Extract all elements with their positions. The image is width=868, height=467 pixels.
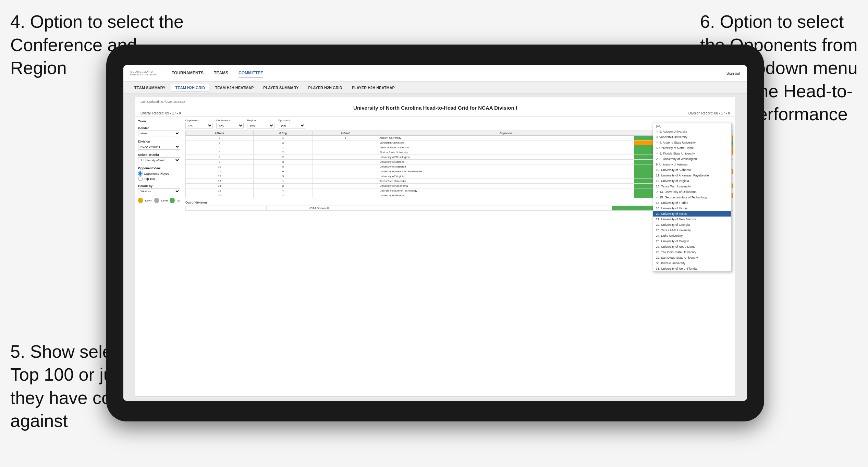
dropdown-item[interactable]: 16. University of Florida [653,200,731,206]
cell-conf [267,206,307,211]
cell-rank [186,206,226,211]
cell-reg: 5 [253,164,313,169]
team-label: Team [138,120,180,123]
top-nav: SCOREBOARD Powered by Scout TOURNAMENTS … [123,65,747,82]
tab-player-summary[interactable]: PLAYER SUMMARY [259,84,303,91]
opponent-dropdown[interactable]: (All)2. Auburn University3. Vanderbilt U… [653,123,732,272]
tab-player-h2h-grid[interactable]: PLAYER H2H GRID [304,84,346,91]
opponents-filter-select[interactable]: (All) [185,123,213,128]
dropdown-item[interactable]: 21. University of New Mexico [653,217,731,222]
opponent-view-section: Opponent View Opponents Played Top 100 [138,167,180,181]
colour-by-section: Colour by Win/loss [138,184,180,194]
cell-opponent: University of Arizona [378,160,634,164]
dropdown-item[interactable]: 4. Arizona State University [653,140,731,145]
dropdown-item[interactable]: 11. University of Arkansas, Fayetteville [653,173,731,178]
dropdown-item[interactable]: 14. University of Oklahoma [653,189,731,195]
dropdown-item[interactable]: 20. University of Texas [653,211,731,217]
dropdown-item[interactable]: 22. University of Georgia [653,222,731,228]
nav-committee[interactable]: COMMITTEE [239,69,263,77]
division-section: Division NCAA Division I [138,140,180,150]
cell-reg: 2 [253,155,313,160]
table-row: 3 2 Vanderbilt University 0 4 [186,140,733,145]
cell-opponent: Texas Tech University [378,179,634,184]
cell-opponent: University of Washington [378,155,634,160]
dropdown-item[interactable]: 29. San Diego State University [653,255,731,260]
dropdown-item[interactable]: 10. University of Alabama [653,167,731,173]
radio-top-100[interactable]: Top 100 [138,176,180,181]
cell-conf [313,145,378,150]
dropdown-item[interactable]: (All) [653,123,731,129]
up-dot [170,198,174,203]
report-meta: Last Updated: 4/7/2024 16:55:38 [140,100,730,103]
dropdown-item[interactable]: 25. University of Oregon [653,238,731,244]
colour-by-select[interactable]: Win/loss [138,188,180,194]
sign-out-link[interactable]: Sign out [726,71,740,75]
conference-filter-label: Conference [216,119,244,122]
tablet-frame: SCOREBOARD Powered by Scout TOURNAMENTS … [106,45,764,421]
dropdown-item[interactable]: 27. University of Notre Dame [653,244,731,249]
cell-conf [313,150,378,155]
dropdown-item[interactable]: 9. University of Arizona [653,162,731,167]
region-filter-select[interactable]: (All) [247,123,274,128]
top-nav-links: TOURNAMENTS TEAMS COMMITTEE [172,69,726,77]
dropdown-item[interactable]: 6. Florida State University [653,151,731,156]
gender-select[interactable]: Men's [138,131,180,136]
division-label: Division [138,140,180,143]
dropdown-item[interactable]: 13. Texas Tech University [653,184,731,189]
cell-conf [313,179,378,184]
dropdown-item[interactable]: 23. Texas A&M University [653,228,731,233]
cell-opponent: Arizona State University [378,145,634,150]
cell-rank: 12 [186,174,254,179]
nav-teams[interactable]: TEAMS [214,69,228,77]
cell-opponent: Auburn University [378,136,634,140]
region-filter: Region (All) [247,119,274,128]
table-row: 11 6 University of Arkansas, Fayettevill… [186,169,733,174]
cell-rank: 3 [186,140,254,145]
h2h-table: # Rank # Reg # Conf Opponent Win Loss 2 [185,131,733,198]
cell-rank: 11 [186,169,254,174]
table-row: 6 2 Florida State University 4 2 [186,150,733,155]
cell-reg: 6 [253,169,313,174]
cell-opponent: University of Arkansas, Fayetteville [378,169,634,174]
school-rank-select[interactable]: 1. University of Nort... [138,157,180,163]
tab-team-summary[interactable]: TEAM SUMMARY [130,84,170,91]
dropdown-item[interactable]: 28. The Ohio State University [653,249,731,255]
cell-rank: 16 [186,193,254,198]
cell-reg: 1 [253,179,313,184]
up-label: Up [177,199,180,202]
report-sidebar: Team Gender Men's Division NCAA Division… [135,117,183,396]
level-label: Level [161,199,168,202]
col-rank: # Rank [186,131,254,136]
tab-player-h2h-heatmap[interactable]: PLAYER H2H HEATMAP [348,84,399,91]
cell-conf [313,160,378,164]
dropdown-item[interactable]: 2. Auburn University [653,129,731,134]
opponent-filter-select[interactable]: (All) [278,123,305,128]
dropdown-item[interactable]: 24. Duke University [653,233,731,238]
dropdown-item[interactable]: 31. University of North Florida [653,266,731,271]
division-select[interactable]: NCAA Division I [138,144,180,150]
opponent-view-radios: Opponents Played Top 100 [138,171,180,181]
dropdown-item[interactable]: 12. University of Virginia [653,178,731,184]
table-row: 9 3 University of Arizona 1 0 [186,160,733,164]
tab-team-h2h-heatmap[interactable]: TEAM H2H HEATMAP [211,84,258,91]
dropdown-item[interactable]: 3. Vanderbilt University [653,134,731,140]
dropdown-item[interactable]: 8. University of Washington [653,156,731,162]
conference-filter: Conference (All) [216,119,244,128]
radio-opponents-played[interactable]: Opponents Played [138,171,180,176]
nav-tournaments[interactable]: TOURNAMENTS [172,69,204,77]
app-logo: SCOREBOARD Powered by Scout [130,71,158,76]
level-dot [154,198,159,203]
gender-label: Gender [138,126,180,130]
dropdown-item[interactable]: 15. Georgia Institute of Technology [653,195,731,200]
cell-rank: 9 [186,160,254,164]
cell-reg: 2 [253,150,313,155]
tab-team-h2h-grid[interactable]: TEAM H2H GRID [171,84,210,91]
dropdown-item[interactable]: 5. University of Notre Dame [653,145,731,151]
cell-reg: 3 [253,160,313,164]
conference-filter-select[interactable]: (All) [216,123,244,128]
dropdown-item[interactable]: 18. University of Illinois [653,206,731,211]
out-of-division-label: Out of division [185,201,733,204]
cell-opponent: Vanderbilt University [378,140,634,145]
table-row: 10 5 University of Alabama 3 0 [186,164,733,169]
dropdown-item[interactable]: 30. Purdue University [653,260,731,266]
